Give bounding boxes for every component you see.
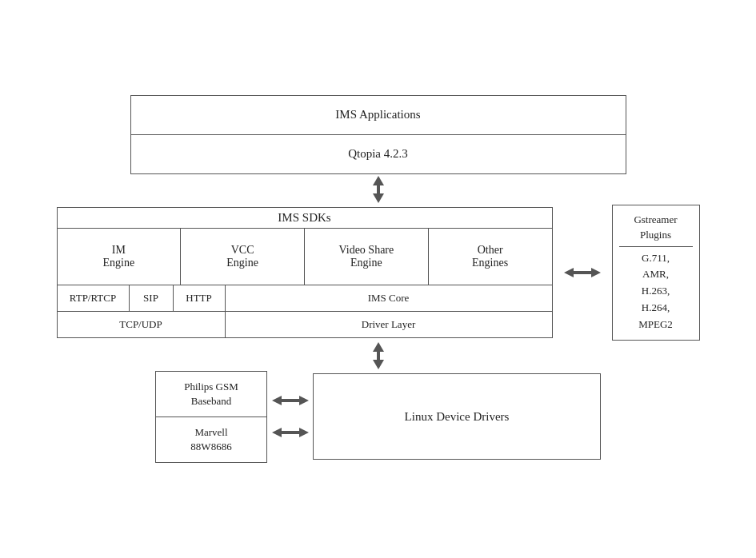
svg-rect-8 <box>377 352 380 360</box>
im-engine-cell: IMEngine <box>58 229 182 285</box>
ims-sdks-title: IMS SDKs <box>58 208 552 229</box>
arrow-qtopia-ims <box>366 174 390 205</box>
linux-box: Linux Device Drivers <box>313 373 601 460</box>
architecture-diagram: IMS Applications Qtopia 4.2.3 IMS SDKs I… <box>34 95 722 464</box>
double-arrow-vertical-2-icon <box>366 341 390 371</box>
ims-applications-box: IMS Applications <box>130 95 626 135</box>
gstreamer-title: GstreamerPlugins <box>619 212 693 247</box>
protocols-row: RTP/RTCP SIP HTTP IMS Core <box>58 285 552 312</box>
svg-marker-2 <box>373 193 384 203</box>
ims-core-label: IMS Core <box>368 292 410 305</box>
gstreamer-codecs: G.711,AMR,H.263,H.264,MPEG2 <box>619 250 693 333</box>
svg-marker-4 <box>564 268 574 277</box>
sip-label: SIP <box>143 292 158 305</box>
marvell-label: Marvell88W8686 <box>190 426 231 452</box>
left-devices: Philips GSMBaseband Marvell88W8686 <box>155 371 267 464</box>
rtp-rtcp-cell: RTP/RTCP <box>58 285 130 311</box>
double-arrow-vertical-icon <box>366 174 390 205</box>
ims-sdks-container: IMS SDKs IMEngine VCCEngine Video ShareE… <box>57 207 553 338</box>
double-arrow-horizontal-philips-icon <box>270 393 310 409</box>
driver-layer-cell: Driver Layer <box>226 312 552 337</box>
bottom-section: Philips GSMBaseband Marvell88W8686 Linux… <box>155 371 601 464</box>
ims-sdks-wrapper: IMS SDKs IMEngine VCCEngine Video ShareE… <box>57 205 700 341</box>
linux-label: Linux Device Drivers <box>405 410 510 424</box>
engines-row: IMEngine VCCEngine Video ShareEngine Oth… <box>58 229 552 285</box>
http-cell: HTTP <box>174 285 226 311</box>
svg-rect-14 <box>282 431 299 434</box>
svg-marker-15 <box>299 428 309 437</box>
arrow-ims-gstreamer <box>562 265 602 281</box>
svg-marker-9 <box>373 360 384 369</box>
http-label: HTTP <box>186 292 212 305</box>
svg-marker-10 <box>272 396 282 405</box>
vcc-engine-cell: VCCEngine <box>181 229 305 285</box>
arrow-ims-linux <box>130 341 626 371</box>
double-arrow-horizontal-marvell-icon <box>270 424 310 440</box>
marvell-box: Marvell88W8686 <box>155 417 267 463</box>
svg-marker-13 <box>272 428 282 437</box>
svg-rect-5 <box>574 271 591 274</box>
other-engines-cell: OtherEngines <box>429 229 552 285</box>
qtopia-label: Qtopia 4.2.3 <box>348 147 408 161</box>
rtp-rtcp-label: RTP/RTCP <box>70 292 116 305</box>
vcc-engine-label: VCCEngine <box>226 244 258 269</box>
im-engine-label: IMEngine <box>103 244 135 269</box>
video-share-engine-cell: Video ShareEngine <box>305 229 429 285</box>
other-engines-label: OtherEngines <box>472 244 508 269</box>
double-arrow-horizontal-icon <box>562 265 602 281</box>
philips-label: Philips GSMBaseband <box>184 381 238 407</box>
gstreamer-box: GstreamerPlugins G.711,AMR,H.263,H.264,M… <box>612 205 700 341</box>
video-share-engine-label: Video ShareEngine <box>339 244 394 269</box>
sip-cell: SIP <box>130 285 174 311</box>
ims-applications-label: IMS Applications <box>335 108 420 122</box>
arrows-devices <box>267 373 314 460</box>
svg-rect-3 <box>377 185 380 193</box>
svg-marker-0 <box>373 176 384 185</box>
tcp-row: TCP/UDP Driver Layer <box>58 312 552 337</box>
svg-marker-7 <box>373 342 384 352</box>
tcp-udp-label: TCP/UDP <box>119 318 162 331</box>
driver-layer-label: Driver Layer <box>362 318 416 331</box>
svg-marker-12 <box>299 396 309 405</box>
qtopia-box: Qtopia 4.2.3 <box>130 134 626 174</box>
philips-box: Philips GSMBaseband <box>155 371 267 417</box>
tcp-udp-cell: TCP/UDP <box>58 312 226 337</box>
ims-core-cell: IMS Core <box>226 285 552 311</box>
svg-marker-6 <box>591 268 601 277</box>
svg-rect-11 <box>282 399 299 402</box>
